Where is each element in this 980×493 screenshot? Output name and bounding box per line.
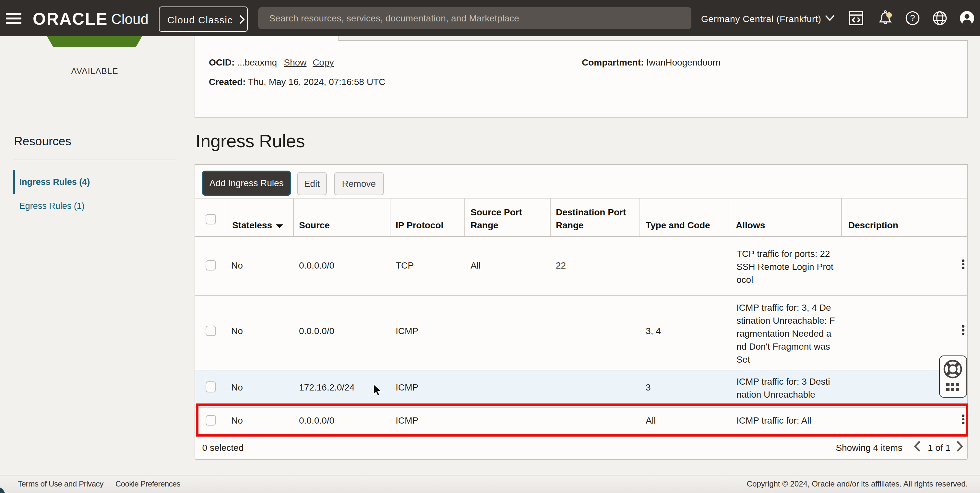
svg-text:?: ? [910,13,915,23]
